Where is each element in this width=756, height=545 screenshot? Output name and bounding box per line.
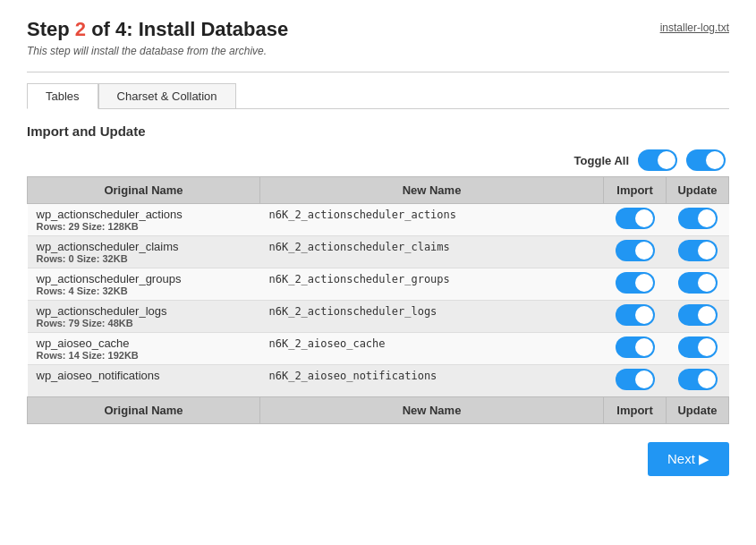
cell-new-name: n6K_2_actionscheduler_logs (260, 301, 604, 333)
cell-import-toggle (604, 204, 667, 236)
cell-import-toggle (604, 268, 667, 301)
table-row: wp_actionscheduler_logsRows: 79 Size: 48… (28, 301, 729, 333)
cell-import-toggle (604, 333, 667, 365)
update-toggle-1[interactable] (678, 240, 718, 261)
update-toggle-5[interactable] (678, 369, 718, 390)
footer-col-update: Update (667, 397, 729, 424)
cell-original-name: wp_aioseo_notifications (28, 365, 260, 397)
tab-tables[interactable]: Tables (27, 83, 98, 109)
cell-update-toggle (667, 268, 729, 301)
divider (27, 72, 729, 72)
cell-original-name: wp_actionscheduler_logsRows: 79 Size: 48… (28, 301, 260, 333)
footer-col-original-name: Original Name (28, 397, 260, 424)
cell-original-name: wp_actionscheduler_groupsRows: 4 Size: 3… (28, 268, 260, 301)
table-row: wp_actionscheduler_groupsRows: 4 Size: 3… (28, 268, 729, 301)
import-toggle-4[interactable] (616, 336, 655, 358)
import-toggle-1[interactable] (616, 240, 655, 261)
subtitle: This step will install the database from… (27, 45, 729, 57)
page-title: Step 2 of 4: Install Database (27, 18, 288, 41)
cell-update-toggle (667, 236, 729, 268)
toggle-all-update[interactable] (686, 149, 726, 171)
table-row: wp_actionscheduler_claimsRows: 0 Size: 3… (28, 236, 729, 268)
cell-original-name: wp_actionscheduler_claimsRows: 0 Size: 3… (28, 236, 260, 268)
next-button[interactable]: Next ▶ (648, 442, 729, 476)
cell-new-name: n6K_2_actionscheduler_groups (260, 268, 604, 301)
section-title: Import and Update (27, 123, 729, 139)
col-original-name: Original Name (28, 177, 260, 204)
cell-import-toggle (604, 236, 667, 268)
toggle-all-import[interactable] (638, 149, 677, 171)
cell-update-toggle (667, 333, 729, 365)
cell-new-name: n6K_2_aioseo_notifications (260, 365, 604, 397)
col-import: Import (604, 177, 667, 204)
tab-charset-collation[interactable]: Charset & Collation (98, 83, 236, 108)
footer-col-new-name: New Name (260, 397, 604, 424)
table-row: wp_actionscheduler_actionsRows: 29 Size:… (28, 204, 729, 236)
page-header: Step 2 of 4: Install Database installer-… (27, 18, 729, 41)
update-toggle-3[interactable] (678, 304, 718, 326)
cell-new-name: n6K_2_aioseo_cache (260, 333, 604, 365)
log-link[interactable]: installer-log.txt (660, 21, 729, 34)
cell-update-toggle (667, 204, 729, 236)
update-toggle-4[interactable] (678, 336, 718, 358)
cell-update-toggle (667, 365, 729, 397)
footer-col-import: Import (604, 397, 667, 424)
cell-original-name: wp_aioseo_cacheRows: 14 Size: 192KB (28, 333, 260, 365)
import-toggle-5[interactable] (616, 369, 655, 390)
toggle-all-label: Toggle All (574, 154, 629, 167)
import-toggle-3[interactable] (616, 304, 655, 326)
cell-update-toggle (667, 301, 729, 333)
cell-import-toggle (604, 301, 667, 333)
footer: Next ▶ (27, 442, 729, 476)
cell-new-name: n6K_2_actionscheduler_claims (260, 236, 604, 268)
toggle-all-row: Toggle All (27, 149, 729, 171)
update-toggle-0[interactable] (678, 208, 718, 229)
cell-import-toggle (604, 365, 667, 397)
table-row: wp_aioseo_cacheRows: 14 Size: 192KBn6K_2… (28, 333, 729, 365)
update-toggle-2[interactable] (678, 272, 718, 294)
import-toggle-2[interactable] (616, 272, 655, 294)
table-row: wp_aioseo_notificationsn6K_2_aioseo_noti… (28, 365, 729, 397)
cell-new-name: n6K_2_actionscheduler_actions (260, 204, 604, 236)
tab-bar: Tables Charset & Collation (27, 83, 729, 109)
col-new-name: New Name (260, 177, 604, 204)
import-toggle-0[interactable] (616, 208, 655, 229)
col-update: Update (667, 177, 729, 204)
cell-original-name: wp_actionscheduler_actionsRows: 29 Size:… (28, 204, 260, 236)
tables-table: Original Name New Name Import Update wp_… (27, 176, 729, 424)
